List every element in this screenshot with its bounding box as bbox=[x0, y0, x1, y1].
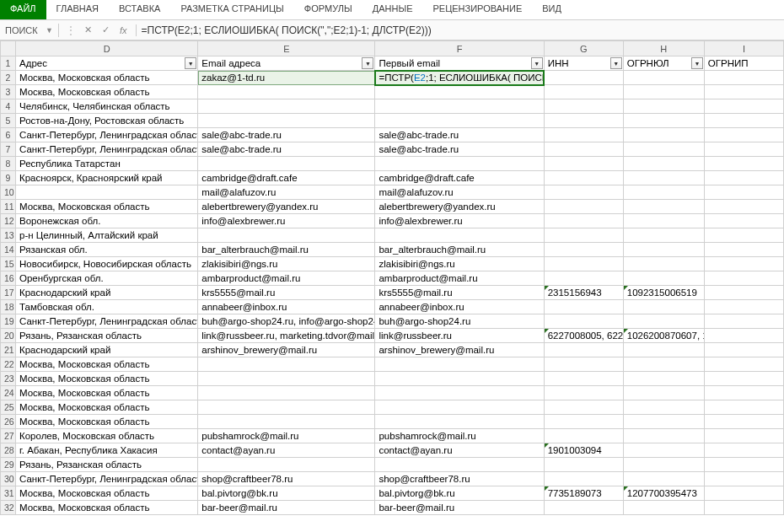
row-header[interactable]: 28 bbox=[1, 443, 16, 458]
cell-E31[interactable]: bal.pivtorg@bk.ru bbox=[198, 486, 375, 501]
cell-E18[interactable]: annabeer@inbox.ru bbox=[198, 300, 375, 314]
cell-H24[interactable] bbox=[623, 386, 704, 400]
cell-I11[interactable] bbox=[704, 200, 783, 214]
col-header-D[interactable]: D bbox=[16, 41, 198, 56]
cell-E4[interactable] bbox=[198, 99, 375, 114]
cell-E32[interactable]: bar-beer@mail.ru bbox=[198, 501, 375, 515]
cell-D17[interactable]: Краснодарский край bbox=[16, 286, 198, 300]
cell-I21[interactable] bbox=[704, 343, 783, 357]
cell-I18[interactable] bbox=[704, 300, 783, 314]
cancel-formula-button[interactable]: ✕ bbox=[79, 24, 97, 35]
row-header[interactable]: 5 bbox=[1, 114, 16, 128]
col-header-G[interactable]: G bbox=[544, 41, 623, 56]
cell-H15[interactable] bbox=[623, 257, 704, 271]
cell-G10[interactable] bbox=[544, 185, 623, 200]
cell-D6[interactable]: Санкт-Петербург, Ленинградская область bbox=[16, 128, 198, 142]
cell-F2[interactable]: =ПСТР(E2;1; ЕСЛИОШИБКА( ПОИСК(",";E2;1)-… bbox=[375, 71, 544, 85]
row-header[interactable]: 20 bbox=[1, 329, 16, 343]
cell-D27[interactable]: Королев, Московская область bbox=[16, 429, 198, 443]
cell-F15[interactable]: zlakisibiri@ngs.ru bbox=[375, 257, 544, 271]
row-header[interactable]: 4 bbox=[1, 99, 16, 114]
cell-I28[interactable] bbox=[704, 443, 783, 458]
row-header-1[interactable]: 1 bbox=[1, 56, 16, 71]
cell-D29[interactable]: Рязань, Рязанская область bbox=[16, 458, 198, 472]
row-header[interactable]: 14 bbox=[1, 243, 16, 257]
cell-G30[interactable] bbox=[544, 472, 623, 486]
cell-I8[interactable] bbox=[704, 157, 783, 171]
cell-G31[interactable]: 7735189073 bbox=[544, 486, 623, 501]
cell-H12[interactable] bbox=[623, 214, 704, 228]
cell-H2[interactable] bbox=[623, 71, 704, 85]
cell-H18[interactable] bbox=[623, 300, 704, 314]
cell-H22[interactable] bbox=[623, 357, 704, 372]
cell-F13[interactable] bbox=[375, 228, 544, 243]
cell-E30[interactable]: shop@craftbeer78.ru bbox=[198, 472, 375, 486]
cell-F14[interactable]: bar_alterbrauch@mail.ru bbox=[375, 243, 544, 257]
cell-D28[interactable]: г. Абакан, Республика Хакасия bbox=[16, 443, 198, 458]
cell-G6[interactable] bbox=[544, 128, 623, 142]
filter-dropdown-icon[interactable]: ▼ bbox=[610, 57, 622, 69]
cell-H4[interactable] bbox=[623, 99, 704, 114]
cell-I7[interactable] bbox=[704, 142, 783, 157]
cell-F30[interactable]: shop@craftbeer78.ru bbox=[375, 472, 544, 486]
tab-home[interactable]: ГЛАВНАЯ bbox=[46, 0, 109, 19]
header-address[interactable]: Адрес▼ bbox=[16, 56, 198, 71]
cell-G17[interactable]: 2315156943 bbox=[544, 286, 623, 300]
tab-insert[interactable]: ВСТАВКА bbox=[109, 0, 170, 19]
cell-G19[interactable] bbox=[544, 314, 623, 329]
cell-D5[interactable]: Ростов-на-Дону, Ростовская область bbox=[16, 114, 198, 128]
cell-I2[interactable] bbox=[704, 71, 783, 85]
cell-F31[interactable]: bal.pivtorg@bk.ru bbox=[375, 486, 544, 501]
cell-D12[interactable]: Воронежская обл. bbox=[16, 214, 198, 228]
cell-G7[interactable] bbox=[544, 142, 623, 157]
cell-D3[interactable]: Москва, Московская область bbox=[16, 85, 198, 99]
row-header[interactable]: 19 bbox=[1, 314, 16, 329]
cell-E13[interactable] bbox=[198, 228, 375, 243]
cell-G11[interactable] bbox=[544, 200, 623, 214]
cell-D16[interactable]: Оренбургская обл. bbox=[16, 271, 198, 286]
filter-dropdown-icon[interactable]: ▼ bbox=[185, 57, 196, 69]
cell-D11[interactable]: Москва, Московская область bbox=[16, 200, 198, 214]
cell-E24[interactable] bbox=[198, 386, 375, 400]
cell-F24[interactable] bbox=[375, 386, 544, 400]
cell-I26[interactable] bbox=[704, 415, 783, 429]
cell-G23[interactable] bbox=[544, 372, 623, 386]
cell-E9[interactable]: cambridge@draft.cafe bbox=[198, 171, 375, 185]
col-header-H[interactable]: H bbox=[623, 41, 704, 56]
cell-D23[interactable]: Москва, Московская область bbox=[16, 372, 198, 386]
cell-H17[interactable]: 1092315006519 bbox=[623, 286, 704, 300]
cell-G4[interactable] bbox=[544, 99, 623, 114]
cell-F32[interactable]: bar-beer@mail.ru bbox=[375, 501, 544, 515]
cell-F5[interactable] bbox=[375, 114, 544, 128]
cell-I27[interactable] bbox=[704, 429, 783, 443]
cell-F7[interactable]: sale@abc-trade.ru bbox=[375, 142, 544, 157]
cell-D24[interactable]: Москва, Московская область bbox=[16, 386, 198, 400]
cell-H13[interactable] bbox=[623, 228, 704, 243]
cell-I30[interactable] bbox=[704, 472, 783, 486]
cell-E23[interactable] bbox=[198, 372, 375, 386]
header-first-email[interactable]: Первый email▼ bbox=[375, 56, 544, 71]
header-emails[interactable]: Email адреса▼ bbox=[198, 56, 375, 71]
cell-I19[interactable] bbox=[704, 314, 783, 329]
cell-E26[interactable] bbox=[198, 415, 375, 429]
cell-E19[interactable]: buh@argo-shop24.ru, info@argo-shop24.ru bbox=[198, 314, 375, 329]
cell-F22[interactable] bbox=[375, 357, 544, 372]
cell-F28[interactable]: contact@ayan.ru bbox=[375, 443, 544, 458]
cell-I6[interactable] bbox=[704, 128, 783, 142]
cell-F20[interactable]: link@russbeer.ru bbox=[375, 329, 544, 343]
col-header-F[interactable]: F bbox=[375, 41, 544, 56]
cell-D2[interactable]: Москва, Московская область bbox=[16, 71, 198, 85]
cell-H27[interactable] bbox=[623, 429, 704, 443]
cell-E3[interactable] bbox=[198, 85, 375, 99]
row-header[interactable]: 7 bbox=[1, 142, 16, 157]
cell-F11[interactable]: alebertbrewery@yandex.ru bbox=[375, 200, 544, 214]
cell-E6[interactable]: sale@abc-trade.ru bbox=[198, 128, 375, 142]
cell-E5[interactable] bbox=[198, 114, 375, 128]
cell-G32[interactable] bbox=[544, 501, 623, 515]
cell-F9[interactable]: cambridge@draft.cafe bbox=[375, 171, 544, 185]
cell-E17[interactable]: krs5555@mail.ru bbox=[198, 286, 375, 300]
tab-formulas[interactable]: ФОРМУЛЫ bbox=[294, 0, 362, 19]
header-ogrnyul[interactable]: ОГРНЮЛ▼ bbox=[623, 56, 704, 71]
row-header[interactable]: 23 bbox=[1, 372, 16, 386]
cell-G5[interactable] bbox=[544, 114, 623, 128]
